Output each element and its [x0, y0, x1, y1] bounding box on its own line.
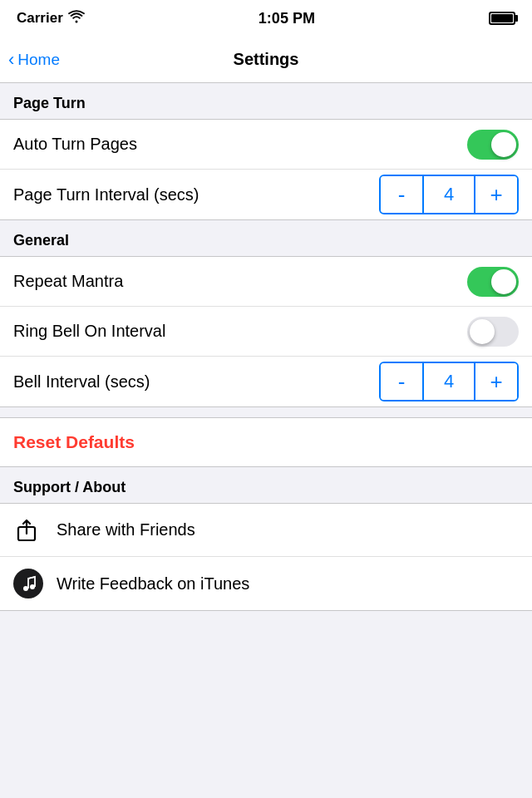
- general-section: Repeat Mantra Ring Bell On Interval Bell…: [0, 256, 532, 407]
- status-bar: Carrier 1:05 PM: [0, 0, 532, 37]
- wifi-icon: [68, 10, 85, 27]
- page-turn-interval-value: 4: [424, 176, 474, 213]
- spacer-1: [0, 407, 532, 417]
- back-button[interactable]: ‹ Home: [8, 51, 60, 69]
- status-time: 1:05 PM: [259, 10, 315, 27]
- ring-bell-toggle[interactable]: [467, 317, 519, 347]
- page-turn-interval-minus-button[interactable]: -: [381, 176, 424, 213]
- repeat-mantra-label: Repeat Mantra: [13, 272, 123, 291]
- music-circle-icon: [13, 569, 43, 598]
- page-turn-section: Auto Turn Pages Page Turn Interval (secs…: [0, 119, 532, 220]
- svg-point-2: [30, 584, 35, 589]
- reset-defaults-label[interactable]: Reset Defaults: [13, 432, 135, 452]
- toggle-knob-repeat: [491, 269, 516, 294]
- ring-bell-row: Ring Bell On Interval: [0, 307, 532, 357]
- svg-point-1: [23, 586, 28, 591]
- bell-interval-label: Bell Interval (secs): [13, 372, 150, 392]
- bell-interval-value: 4: [424, 363, 474, 400]
- page-turn-interval-row: Page Turn Interval (secs) - 4 +: [0, 170, 532, 219]
- write-feedback-row[interactable]: Write Feedback on iTunes: [0, 557, 532, 610]
- auto-turn-pages-toggle[interactable]: [467, 130, 519, 160]
- repeat-mantra-row: Repeat Mantra: [0, 257, 532, 307]
- nav-bar: ‹ Home Settings: [0, 37, 532, 83]
- auto-turn-pages-row: Auto Turn Pages: [0, 120, 532, 170]
- share-with-friends-row[interactable]: Share with Friends: [0, 504, 532, 557]
- battery-indicator: [489, 12, 515, 25]
- carrier-label: Carrier: [17, 10, 63, 27]
- bell-interval-plus-button[interactable]: +: [474, 363, 517, 400]
- page-title: Settings: [234, 50, 299, 69]
- write-feedback-label: Write Feedback on iTunes: [57, 574, 249, 594]
- general-section-header: General: [0, 220, 532, 256]
- page-turn-interval-label: Page Turn Interval (secs): [13, 185, 199, 204]
- auto-turn-pages-label: Auto Turn Pages: [13, 135, 137, 154]
- carrier-wifi: Carrier: [17, 10, 85, 27]
- back-label: Home: [17, 51, 60, 69]
- share-with-friends-label: Share with Friends: [57, 520, 195, 539]
- bell-interval-row: Bell Interval (secs) - 4 +: [0, 357, 532, 406]
- share-icon: [13, 515, 43, 545]
- page-turn-interval-plus-button[interactable]: +: [474, 176, 517, 213]
- toggle-knob: [491, 132, 516, 157]
- repeat-mantra-toggle[interactable]: [467, 267, 519, 297]
- back-chevron-icon: ‹: [8, 51, 14, 69]
- support-section-header: Support / About: [0, 467, 532, 503]
- ring-bell-label: Ring Bell On Interval: [13, 322, 165, 341]
- bell-interval-minus-button[interactable]: -: [381, 363, 424, 400]
- page-turn-interval-stepper: - 4 +: [379, 175, 519, 214]
- reset-defaults-row[interactable]: Reset Defaults: [0, 417, 532, 467]
- support-section: Share with Friends Write Feedback on iTu…: [0, 503, 532, 611]
- bell-interval-stepper: - 4 +: [379, 362, 519, 401]
- page-turn-section-header: Page Turn: [0, 83, 532, 119]
- toggle-knob-ring: [470, 319, 495, 344]
- itunes-icon: [13, 569, 43, 598]
